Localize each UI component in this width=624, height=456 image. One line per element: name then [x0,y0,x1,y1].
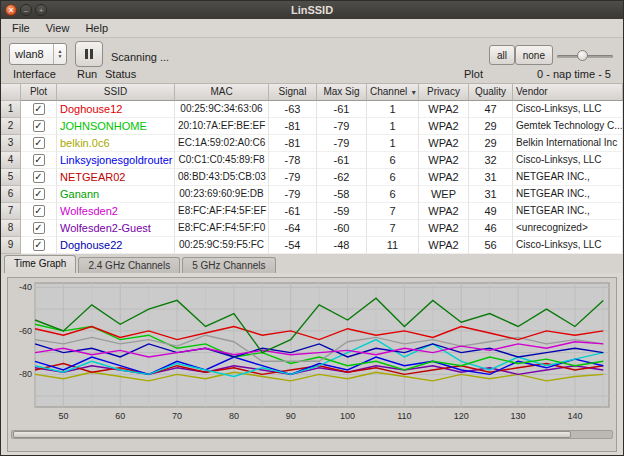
time-graph-frame: 5060708090100110120130140-40-60-80 [7,277,617,452]
ssid-cell: Doghouse22 [57,237,175,254]
table-row[interactable]: 3✓belkin.0c6EC:1A:59:02:A0:C6-81-791WPA2… [1,135,623,152]
channel-header[interactable]: Channel▼ [367,84,419,101]
graph-panel: 5060708090100110120130140-40-60-80 [1,273,623,455]
run-button[interactable] [75,41,103,67]
signal-cell: -78 [269,152,317,169]
table-row[interactable]: 9✓Doghouse2200:25:9C:59:F5:FC-54-4811WPA… [1,237,623,254]
privacy-cell: WPA2 [419,135,469,152]
svg-text:100: 100 [340,411,355,421]
menubar: File View Help [1,19,623,38]
signal-header[interactable]: Signal [269,84,317,101]
table-row[interactable]: 1✓Doghouse1200:25:9C:34:63:06-63-611WPA2… [1,101,623,118]
ap-table: Plot SSID MAC Signal Max Sig Channel▼ Pr… [1,84,623,254]
max-sig-cell: -79 [317,135,367,152]
mac-cell: EC:1A:59:02:A0:C6 [175,135,269,152]
vendor-cell: Gemtek Technology C... [513,118,623,135]
ssid-header[interactable]: SSID [57,84,175,101]
privacy-cell: WPA2 [419,152,469,169]
graph-scrollbar-thumb[interactable] [13,431,571,438]
time-graph: 5060708090100110120130140-40-60-80 [9,279,617,429]
tab-time-graph[interactable]: Time Graph [4,255,76,273]
channel-cell: 1 [367,135,419,152]
quality-cell: 32 [469,152,513,169]
vendor-cell: NETGEAR INC., [513,169,623,186]
maximize-icon[interactable]: + [35,4,47,16]
mac-cell: 00:25:9C:34:63:06 [175,101,269,118]
status-label: Status [105,68,136,80]
sort-indicator-icon: ▼ [410,89,417,96]
quality-header[interactable]: Quality [469,84,513,101]
signal-cell: -81 [269,135,317,152]
titlebar: ✕ – + LinSSID [1,1,623,19]
svg-text:-40: -40 [19,282,32,292]
vendor-cell: Cisco-Linksys, LLC [513,237,623,254]
graph-scrollbar[interactable] [11,430,613,439]
slider-thumb[interactable] [577,50,588,61]
nap-time-slider[interactable] [557,49,613,63]
scan-status-text: Scanning ... [111,51,169,63]
plot-header[interactable]: Plot [21,84,57,101]
mac-cell: 00:23:69:60:9E:DB [175,186,269,203]
tab-24ghz-channels[interactable]: 2.4 GHz Channels [78,257,180,273]
plot-checkbox[interactable]: ✓ [33,120,45,132]
row-number-cell: 8 [1,220,21,237]
ssid-cell: Wolfesden2-Guest [57,220,175,237]
svg-text:60: 60 [115,411,125,421]
table-row[interactable]: 5✓NETGEAR0208:BD:43:D5:CB:03-79-626WPA23… [1,169,623,186]
channel-cell: 1 [367,101,419,118]
max-sig-cell: -79 [317,118,367,135]
mac-header[interactable]: MAC [175,84,269,101]
svg-text:-60: -60 [19,326,32,336]
interface-value: wlan8 [10,48,53,60]
interface-select[interactable]: wlan8 ▲▼ [9,43,67,65]
vendor-header[interactable]: Vendor [513,84,623,101]
privacy-cell: WPA2 [419,220,469,237]
plot-checkbox[interactable]: ✓ [33,103,45,115]
minimize-icon[interactable]: – [20,4,32,16]
vendor-cell: Cisco-Linksys, LLC [513,101,623,118]
row-number-cell: 6 [1,186,21,203]
privacy-header[interactable]: Privacy [419,84,469,101]
privacy-cell: WPA2 [419,203,469,220]
row-number-cell: 5 [1,169,21,186]
vendor-cell: <unrecognized> [513,220,623,237]
mac-cell: 00:25:9C:59:F5:FC [175,237,269,254]
plot-none-button[interactable]: none [515,45,553,65]
max-sig-cell: -48 [317,237,367,254]
plot-all-button[interactable]: all [489,45,515,65]
table-row[interactable]: 8✓Wolfesden2-GuestE8:FC:AF:F4:5F:F0-64-6… [1,220,623,237]
close-icon[interactable]: ✕ [5,4,17,16]
plot-checkbox[interactable]: ✓ [33,137,45,149]
signal-cell: -63 [269,101,317,118]
row-number-cell: 3 [1,135,21,152]
graph-tabbar: Time Graph 2.4 GHz Channels 5 GHz Channe… [1,254,623,273]
ssid-cell: Ganann [57,186,175,203]
menu-view[interactable]: View [38,20,78,36]
table-row[interactable]: 7✓Wolfesden2E8:FC:AF:F4:5F:EF-61-597WPA2… [1,203,623,220]
ssid-cell: JOHNSONHOME [57,118,175,135]
plot-label: Plot [464,68,483,80]
plot-checkbox[interactable]: ✓ [33,239,45,251]
signal-cell: -61 [269,203,317,220]
table-row[interactable]: 2✓JOHNSONHOME20:10:7A:EF:BE:EF-81-791WPA… [1,118,623,135]
table-row[interactable]: 4✓LinksysjonesgoldrouterC0:C1:C0:45:89:F… [1,152,623,169]
menu-file[interactable]: File [4,20,38,36]
max-sig-cell: -61 [317,101,367,118]
svg-text:90: 90 [286,411,296,421]
row-number-cell: 2 [1,118,21,135]
plot-checkbox[interactable]: ✓ [33,205,45,217]
mac-cell: 20:10:7A:EF:BE:EF [175,118,269,135]
menu-help[interactable]: Help [77,20,116,36]
table-row[interactable]: 6✓Ganann00:23:69:60:9E:DB-79-586WEP31NET… [1,186,623,203]
max-sig-header[interactable]: Max Sig [317,84,367,101]
row-number-cell: 4 [1,152,21,169]
tab-5ghz-channels[interactable]: 5 GHz Channels [182,257,275,273]
pause-icon [85,49,93,59]
plot-checkbox[interactable]: ✓ [33,222,45,234]
plot-checkbox[interactable]: ✓ [33,154,45,166]
plot-checkbox[interactable]: ✓ [33,171,45,183]
quality-cell: 56 [469,237,513,254]
plot-checkbox[interactable]: ✓ [33,188,45,200]
app-window: ✕ – + LinSSID File View Help wlan8 ▲▼ Sc… [0,0,624,456]
max-sig-cell: -60 [317,220,367,237]
